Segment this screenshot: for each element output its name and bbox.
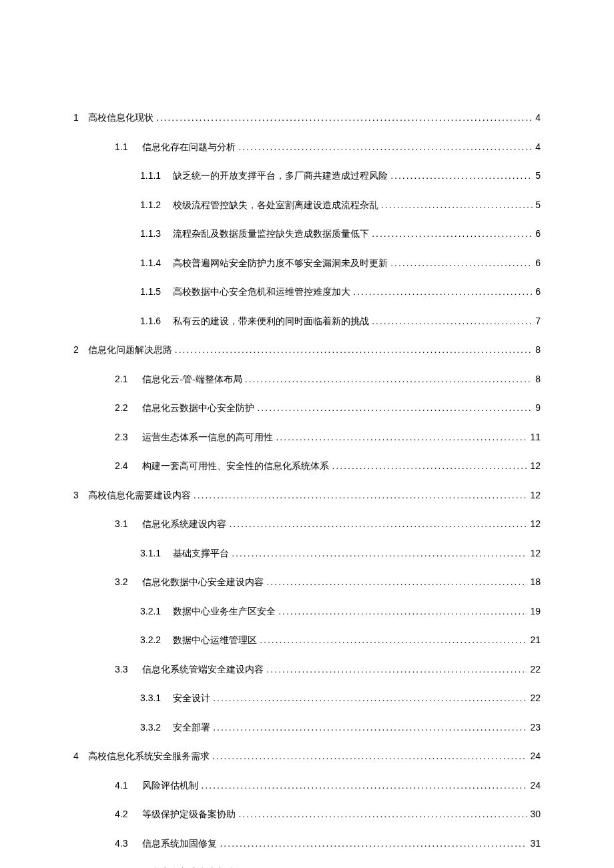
toc-entry[interactable]: 4.3信息系统加固修复31 xyxy=(73,838,541,850)
toc-entry[interactable]: 3.1信息化系统建设内容12 xyxy=(73,518,541,530)
toc-leader-dots xyxy=(381,199,533,210)
toc-leader-dots xyxy=(390,258,533,268)
toc-number: 1.1.6 xyxy=(140,316,161,326)
toc-entry[interactable]: 2信息化问题解决思路8 xyxy=(73,344,541,356)
toc-page-number: 24 xyxy=(530,780,541,791)
toc-page-number: 22 xyxy=(530,693,541,703)
toc-page-number: 6 xyxy=(535,258,541,268)
toc-number: 3.2.1 xyxy=(140,606,161,616)
toc-number: 3 xyxy=(73,490,79,500)
toc-leader-dots xyxy=(260,634,527,645)
toc-entry[interactable]: 3.2信息化数据中心安全建设内容18 xyxy=(73,576,541,588)
toc-title: 基础支撑平台 xyxy=(173,548,229,560)
toc-page-number: 12 xyxy=(530,518,541,529)
toc-number: 2.3 xyxy=(115,432,127,442)
toc-leader-dots xyxy=(276,432,527,442)
toc-leader-dots xyxy=(212,751,528,761)
toc-page-number: 12 xyxy=(530,490,541,500)
toc-entry[interactable]: 1.1.1缺乏统一的开放支撑平台，多厂商共建造成过程风险5 xyxy=(73,170,541,182)
toc-page-number: 6 xyxy=(535,286,541,297)
toc-entry[interactable]: 3.3信息化系统管端安全建设内容22 xyxy=(73,664,541,676)
toc-entry[interactable]: 2.2信息化云数据中心安全防护9 xyxy=(73,402,541,414)
toc-page-number: 8 xyxy=(535,374,541,384)
toc-entry[interactable]: 3.1.1基础支撑平台12 xyxy=(73,548,541,560)
toc-title: 运营生态体系一信息的高可用性 xyxy=(142,432,273,444)
toc-page-number: 7 xyxy=(535,316,541,326)
toc-entry[interactable]: 1.1.2校级流程管控缺失，各处室割离建设造成流程杂乱5 xyxy=(73,199,541,211)
toc-leader-dots xyxy=(372,228,533,239)
toc-entry[interactable]: 2.4构建一套高可用性、安全性的信息化系统体系12 xyxy=(73,460,541,472)
toc-leader-dots xyxy=(266,576,527,587)
table-of-contents: 1高校信息化现状41.1信息化存在问题与分析41.1.1缺乏统一的开放支撑平台，… xyxy=(73,112,541,868)
toc-entry[interactable]: 1.1.3流程杂乱及数据质量监控缺失造成数据质量低下6 xyxy=(73,228,541,240)
toc-entry[interactable]: 1.1信息化存在问题与分析4 xyxy=(73,141,541,153)
toc-number: 2.2 xyxy=(115,402,127,413)
toc-number: 3.2 xyxy=(115,576,127,587)
toc-title: 构建一套高可用性、安全性的信息化系统体系 xyxy=(142,460,329,472)
toc-entry[interactable]: 3.3.2安全部署23 xyxy=(73,722,541,734)
toc-page-number: 21 xyxy=(530,634,541,645)
toc-entry[interactable]: 1高校信息化现状4 xyxy=(73,112,541,124)
toc-title: 私有云的建设，带来便利的同时面临着新的挑战 xyxy=(173,316,369,328)
toc-entry[interactable]: 3.3.1安全设计22 xyxy=(73,693,541,705)
toc-page-number: 11 xyxy=(530,432,541,442)
toc-leader-dots xyxy=(229,518,527,529)
toc-leader-dots xyxy=(332,460,527,471)
toc-leader-dots xyxy=(238,141,533,152)
toc-title: 信息系统加固修复 xyxy=(142,838,217,850)
toc-leader-dots xyxy=(232,548,527,558)
toc-entry[interactable]: 4.2等级保护定级备案协助30 xyxy=(73,809,541,821)
toc-number: 1 xyxy=(73,112,79,123)
toc-entry[interactable]: 3.2.1数据中心业务生产区安全19 xyxy=(73,606,541,618)
toc-number: 3.3 xyxy=(115,664,127,675)
toc-number: 3.1 xyxy=(115,518,127,529)
toc-entry[interactable]: 3.2.2数据中心运维管理区21 xyxy=(73,634,541,646)
toc-leader-dots xyxy=(245,374,533,384)
toc-title: 缺乏统一的开放支撑平台，多厂商共建造成过程风险 xyxy=(173,170,388,182)
toc-page-number: 4 xyxy=(535,112,541,123)
toc-number: 3.3.1 xyxy=(140,693,161,703)
toc-title: 信息化系统管端安全建设内容 xyxy=(142,664,264,676)
toc-title: 信息化存在问题与分析 xyxy=(142,141,236,153)
toc-title: 信息化云数据中心安全防护 xyxy=(142,402,254,414)
toc-leader-dots xyxy=(156,112,533,123)
toc-entry[interactable]: 1.1.5高校数据中心安全危机和运维管控难度加大6 xyxy=(73,286,541,298)
toc-title: 流程杂乱及数据质量监控缺失造成数据质量低下 xyxy=(173,228,369,240)
toc-title: 信息化云-管-端整体布局 xyxy=(142,374,242,386)
toc-entry[interactable]: 1.1.4高校普遍网站安全防护力度不够安全漏洞未及时更新6 xyxy=(73,258,541,270)
toc-title: 高校普遍网站安全防护力度不够安全漏洞未及时更新 xyxy=(173,258,388,270)
toc-entry[interactable]: 3高校信息化需要建设内容12 xyxy=(73,490,541,502)
toc-leader-dots xyxy=(238,809,527,819)
toc-number: 3.2.2 xyxy=(140,634,161,645)
toc-page-number: 9 xyxy=(535,402,541,413)
toc-number: 2 xyxy=(73,344,79,355)
toc-leader-dots xyxy=(194,490,528,500)
toc-leader-dots xyxy=(213,722,527,733)
toc-number: 2.4 xyxy=(115,460,127,471)
toc-page-number: 24 xyxy=(530,751,541,761)
toc-title: 高校数据中心安全危机和运维管控难度加大 xyxy=(173,286,350,298)
toc-title: 数据中心运维管理区 xyxy=(173,634,257,646)
toc-title: 高校信息化系统安全服务需求 xyxy=(88,751,210,763)
toc-entry[interactable]: 1.1.6私有云的建设，带来便利的同时面临着新的挑战7 xyxy=(73,316,541,328)
toc-leader-dots xyxy=(213,693,527,703)
toc-number: 4.1 xyxy=(115,780,127,791)
toc-title: 安全部署 xyxy=(173,722,210,734)
toc-page-number: 18 xyxy=(530,576,541,587)
toc-page-number: 31 xyxy=(530,838,541,849)
toc-entry[interactable]: 4高校信息化系统安全服务需求24 xyxy=(73,751,541,763)
toc-title: 数据中心业务生产区安全 xyxy=(173,606,276,618)
toc-page-number: 30 xyxy=(530,809,541,819)
toc-title: 高校信息化现状 xyxy=(88,112,154,124)
toc-page-number: 5 xyxy=(535,170,541,181)
toc-entry[interactable]: 4.1风险评估机制24 xyxy=(73,780,541,792)
toc-number: 1.1 xyxy=(115,141,127,152)
toc-title: 风险评估机制 xyxy=(142,780,198,792)
toc-page-number: 12 xyxy=(530,548,541,558)
toc-entry[interactable]: 2.3运营生态体系一信息的高可用性11 xyxy=(73,432,541,444)
toc-number: 4.3 xyxy=(115,838,127,849)
toc-entry[interactable]: 2.1信息化云-管-端整体布局8 xyxy=(73,374,541,386)
toc-page-number: 12 xyxy=(530,460,541,471)
toc-number: 1.1.3 xyxy=(140,228,161,239)
toc-leader-dots xyxy=(278,606,527,616)
